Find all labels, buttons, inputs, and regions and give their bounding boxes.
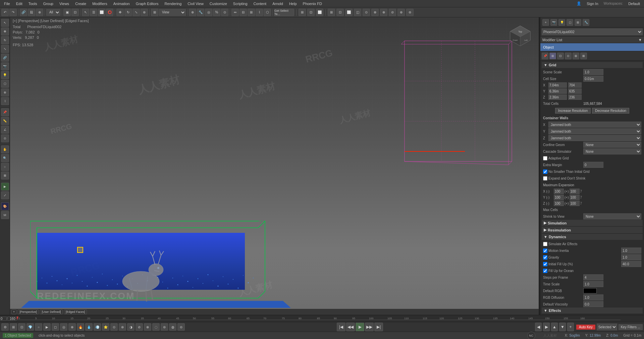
filter-dropdown[interactable]: All (46, 9, 60, 16)
left-light[interactable]: 💡 (1, 71, 9, 79)
panel-camera-btn[interactable]: 📷 (550, 19, 557, 26)
material-editor-btn[interactable]: Get Select Te... (274, 9, 294, 16)
no-smaller-check[interactable]: No Smaller Than Initial Grid (543, 170, 590, 174)
auto-key-btn[interactable]: Auto Key (576, 325, 595, 330)
adaptive-grid-checkbox[interactable] (543, 156, 547, 160)
left-helper[interactable]: ⊕ (1, 88, 9, 96)
left-rotate[interactable]: ↻ (1, 36, 9, 44)
anim-icon-17[interactable]: ⊘ (136, 323, 143, 331)
go-to-start-btn[interactable]: |◀ (337, 323, 345, 331)
select-filter-btn[interactable]: ▣ (63, 9, 71, 16)
rb1[interactable]: ⊞ (328, 9, 335, 16)
menu-file[interactable]: File (1, 1, 13, 6)
anim-icon-3[interactable]: ⊡ (18, 323, 25, 331)
left-render-small[interactable]: 🎨 (1, 202, 9, 210)
fill-up-ocean-checkbox[interactable] (543, 269, 547, 273)
menu-graph-editors[interactable]: Graph Editors (133, 1, 161, 6)
left-select[interactable]: ↖ (1, 19, 9, 27)
expand-check[interactable]: Expand and Don't Shrink (543, 176, 585, 181)
left-spacewarp[interactable]: ⌇ (1, 97, 9, 105)
nav-right-btn[interactable]: ▶ (543, 323, 550, 331)
anim-icon-11[interactable]: 💧 (85, 323, 93, 331)
display-btn[interactable]: ⊞ (573, 53, 579, 59)
default-viscosity-input[interactable] (583, 301, 603, 307)
cw-y-dropdown[interactable]: Jammed both Open Closed (548, 128, 641, 134)
anim-icon-10[interactable]: 🔥 (77, 323, 84, 331)
menu-customize[interactable]: Customize (207, 1, 230, 6)
menu-rendering[interactable]: Rendering (162, 1, 184, 6)
cell-size-input[interactable] (583, 76, 603, 82)
fill-up-ocean-check[interactable]: Fill Up for Ocean (543, 269, 574, 273)
rb8[interactable]: ⊘ (389, 9, 396, 16)
left-camera[interactable]: 📷 (1, 62, 9, 70)
scene-scale-input[interactable] (583, 69, 603, 75)
menu-arnold[interactable]: Arnold (270, 1, 286, 6)
anim-icon-8[interactable]: ◎ (60, 323, 67, 331)
motion-btn[interactable]: ⊙ (565, 53, 572, 59)
pivot-btn[interactable]: ⊕ (189, 9, 196, 16)
dynamics-section-header[interactable]: ▼ Dynamics (542, 234, 643, 240)
key-filters-btn[interactable]: Key Filters ... (619, 324, 643, 330)
modifier-dropdown-arrow[interactable]: ▼ (638, 38, 642, 42)
vp-edgefaces-btn[interactable]: [Edged Faces] (64, 310, 87, 314)
anim-icon-4[interactable]: 💎 (26, 323, 34, 331)
anim-icon-12[interactable]: 💨 (94, 323, 101, 331)
select-tool[interactable]: ↖ (82, 9, 89, 16)
grid-z-val-input[interactable] (548, 94, 567, 100)
align-btn[interactable]: ⊟ (239, 9, 247, 16)
default-rgb-color[interactable] (583, 288, 597, 293)
hierarchy-btn[interactable]: ⊡ (557, 53, 564, 59)
next-frame-btn[interactable]: ▶▶ (365, 323, 374, 331)
rb7[interactable]: ⊕ (380, 9, 387, 16)
rb2[interactable]: ⊡ (336, 9, 344, 16)
prev-frame-btn[interactable]: ◀◀ (346, 323, 355, 331)
y-plus-input[interactable] (570, 195, 580, 200)
left-zoom[interactable]: 🔍 (1, 154, 9, 162)
cw-z-dropdown[interactable]: Jammed both Open Closed (548, 135, 641, 141)
left-tape[interactable]: 📏 (1, 117, 9, 125)
snap-toggle[interactable]: 🔧 (197, 9, 204, 16)
anim-icon-15[interactable]: ⊛ (119, 323, 126, 331)
play-btn[interactable]: ▶ (356, 323, 364, 331)
current-frame-input[interactable] (0, 317, 7, 321)
z-minus-input[interactable] (554, 201, 564, 206)
plus-icon-btn[interactable]: + (567, 323, 574, 331)
menu-civil-view[interactable]: Civil View (185, 1, 206, 6)
rb4[interactable]: ◫ (354, 9, 361, 16)
initial-fill-input[interactable] (621, 261, 641, 267)
panel-add-btn[interactable]: + (542, 19, 549, 26)
total-frames-input[interactable] (7, 317, 17, 321)
grid-z-num-input[interactable] (568, 94, 582, 100)
scene-name-dropdown[interactable]: PhoenixFDLiquid002 (542, 28, 643, 35)
z-plus-input[interactable] (570, 201, 580, 206)
select-region-btn[interactable]: ⊡ (71, 9, 79, 16)
left-mode-toggle[interactable]: ▶ (1, 183, 9, 191)
grid-y-val-input[interactable] (548, 88, 567, 94)
vp-shading-btn[interactable]: [User Defined] (40, 310, 63, 314)
menu-views[interactable]: Views (57, 1, 72, 6)
timeline-ruler[interactable]: 0 5 10 15 20 25 30 35 40 45 50 55 60 65 … (17, 315, 644, 322)
left-orbit[interactable]: ○ (1, 163, 9, 171)
anim-icon-14[interactable]: ⊙ (110, 323, 118, 331)
left-link[interactable]: 🔗 (1, 54, 9, 62)
object-item[interactable]: Object (540, 43, 644, 51)
pct-snap[interactable]: % (213, 9, 220, 16)
left-expand[interactable]: ⤢ (1, 191, 9, 199)
nav-down-btn[interactable]: ▼ (559, 323, 566, 331)
nav-up-btn[interactable]: ▲ (551, 323, 558, 331)
select-by-name-btn[interactable]: ☰ (90, 9, 97, 16)
cascade-sim-dropdown[interactable]: None (583, 148, 641, 154)
bind-button[interactable]: ⊕ (36, 9, 43, 16)
no-smaller-checkbox[interactable] (543, 170, 547, 174)
anim-icon-21[interactable]: ◍ (169, 323, 176, 331)
resimulation-section-header[interactable]: ▶ Resimulation (542, 227, 643, 233)
menu-phoenix-fd[interactable]: Phoenix FD (300, 1, 325, 6)
anim-icon-7[interactable]: ◻ (52, 323, 59, 331)
active-shade-btn[interactable]: ⬜ (316, 9, 323, 16)
menu-scripting[interactable]: Scripting (230, 1, 250, 6)
sign-in-button[interactable]: Sign In (584, 1, 601, 6)
ref-coord-btn[interactable]: ⊞ (151, 9, 158, 16)
left-walkthrough[interactable]: ⊠ (1, 172, 9, 180)
increase-resolution-btn[interactable]: Increase Resolution (555, 108, 591, 114)
quick-render-btn[interactable]: ⊡ (307, 9, 315, 16)
